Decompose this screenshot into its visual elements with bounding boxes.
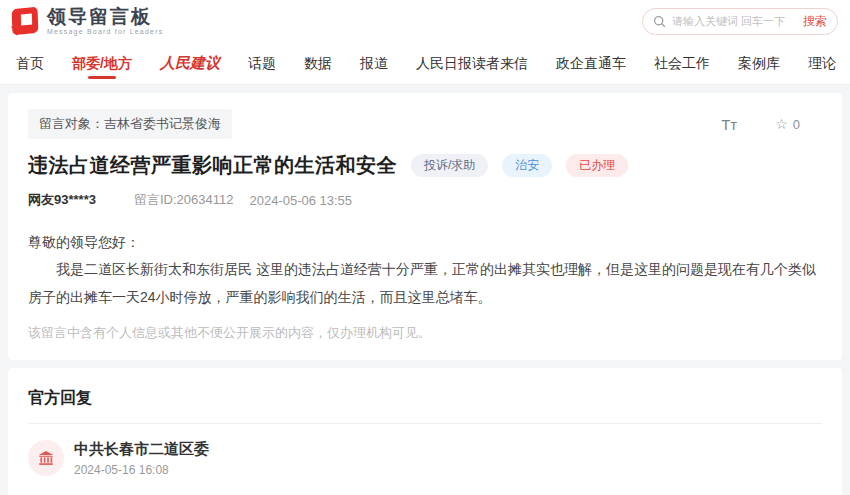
government-building-icon — [28, 440, 64, 476]
star-button[interactable]: ☆ 0 — [775, 116, 800, 132]
main-content: 留言对象：吉林省委书记景俊海 Tт ☆ 0 违法占道经营严重影响正常的生活和安全… — [0, 85, 850, 495]
font-size-button[interactable]: Tт — [721, 116, 737, 133]
tag-complaint-type: 投诉/求助 — [411, 154, 488, 177]
site-logo-text: 领导留言板 Message Board for Leaders — [47, 7, 163, 35]
nav-item-home[interactable]: 首页 — [2, 42, 58, 84]
nav-item-theory[interactable]: 理论 — [794, 42, 850, 84]
reply-org-name: 中共长春市二道区委 — [74, 440, 209, 459]
star-count: 0 — [793, 117, 800, 132]
reply-text: 网友，您好！收到留言后，我们高度重视，立即责成二道区城管局调查处理，并第一时间通… — [28, 489, 822, 495]
search-button[interactable]: 搜索 — [797, 13, 827, 30]
nav-item-topics[interactable]: 话题 — [234, 42, 290, 84]
nav-item-data[interactable]: 数据 — [290, 42, 346, 84]
search-input[interactable] — [672, 15, 797, 27]
search-icon — [653, 15, 666, 28]
search-bar: 搜索 — [642, 8, 838, 35]
nav-item-social-work[interactable]: 社会工作 — [640, 42, 724, 84]
divider — [28, 423, 822, 424]
top-header: 领导留言板 Message Board for Leaders 搜索 — [0, 0, 850, 42]
message-author: 网友93****3 — [28, 191, 96, 209]
message-greeting: 尊敬的领导您好： — [28, 229, 822, 256]
message-body: 尊敬的领导您好： 我是二道区长新街太和东街居民 这里的违法占道经营十分严重，正常… — [28, 229, 822, 311]
privacy-note: 该留言中含有个人信息或其他不便公开展示的内容，仅办理机构可见。 — [28, 324, 822, 342]
nav-item-peoples-suggestions[interactable]: 人民建议 — [146, 42, 234, 84]
message-date: 2024-05-06 13:55 — [249, 193, 352, 208]
main-nav: 首页 部委/地方 人民建议 话题 数据 报道 人民日报读者来信 政企直通车 社会… — [0, 42, 850, 85]
message-text: 我是二道区长新街太和东街居民 这里的违法占道经营十分严重，正常的出摊其实也理解，… — [28, 256, 822, 311]
star-icon: ☆ — [775, 116, 788, 132]
site-subtitle: Message Board for Leaders — [47, 28, 163, 35]
site-logo[interactable]: 领导留言板 Message Board for Leaders — [10, 7, 163, 35]
official-reply-card: 官方回复 中共长春市二道区委 2024-05-16 16:08 网 — [8, 368, 842, 495]
message-target-tag: 留言对象：吉林省委书记景俊海 — [28, 109, 232, 139]
nav-item-ministries-regions[interactable]: 部委/地方 — [58, 42, 146, 84]
nav-item-readers-letters[interactable]: 人民日报读者来信 — [402, 42, 542, 84]
nav-item-reports[interactable]: 报道 — [346, 42, 402, 84]
message-id: 留言ID:20634112 — [134, 191, 234, 209]
site-logo-icon — [10, 7, 40, 35]
tag-field: 治安 — [502, 154, 552, 177]
message-card: 留言对象：吉林省委书记景俊海 Tт ☆ 0 违法占道经营严重影响正常的生活和安全… — [8, 93, 842, 360]
site-title: 领导留言板 — [47, 7, 163, 26]
tag-status: 已办理 — [566, 154, 628, 177]
message-title: 违法占道经营严重影响正常的生活和安全 — [28, 152, 397, 179]
reply-date: 2024-05-16 16:08 — [74, 463, 209, 477]
nav-item-case-library[interactable]: 案例库 — [724, 42, 794, 84]
reply-section-title: 官方回复 — [28, 384, 822, 423]
nav-item-gov-business-line[interactable]: 政企直通车 — [542, 42, 640, 84]
